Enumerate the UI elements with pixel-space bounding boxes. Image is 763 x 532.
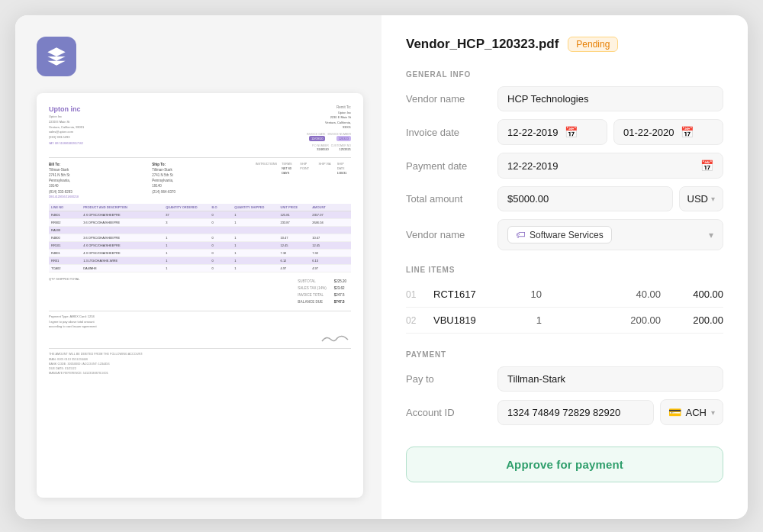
invoice-date-value: 12-22-2019 <box>507 127 559 138</box>
vendor-tag-input[interactable]: 🏷 Software Services ▾ <box>497 219 723 250</box>
card-icon: 💳 <box>668 406 681 418</box>
li-qty-1: 10 <box>504 289 542 300</box>
account-id-label: Account ID <box>406 407 497 418</box>
vendor-tag-label: Vendor name <box>406 229 497 240</box>
total-amount-label: Total amount <box>406 193 497 205</box>
line-items-section: LINE ITEMS 01 RCT1617 10 40.00 400.00 02… <box>406 263 723 334</box>
tag-icon: 🏷 <box>516 229 526 240</box>
li-code-2: VBU1819 <box>433 314 494 326</box>
li-total-1: 400.00 <box>670 289 723 300</box>
payment-date-row: Payment date 12-22-2019 📅 <box>406 153 723 179</box>
pay-to-row: Pay to Tillman-Stark <box>406 366 723 392</box>
chevron-down-icon-2: ▾ <box>709 230 713 240</box>
ach-select[interactable]: 💳 ACH ▾ <box>660 399 723 425</box>
payment-section: PAYMENT Pay to Tillman-Stark Account ID … <box>406 341 723 433</box>
right-panel: Vendor_HCP_120323.pdf Pending GENERAL IN… <box>382 15 748 519</box>
invoice-date-row: Invoice date 12-22-2019 📅 01-22-2020 📅 <box>406 119 723 145</box>
total-amount-input[interactable]: $5000.00 <box>497 186 673 211</box>
ach-value: ACH <box>686 407 707 418</box>
doc-title: Vendor_HCP_120323.pdf <box>406 37 559 52</box>
vendor-tag-row: Vendor name 🏷 Software Services ▾ <box>406 219 723 250</box>
vendor-name-label: Vendor name <box>406 93 497 105</box>
li-num-2: 02 <box>406 315 424 326</box>
currency-select[interactable]: USD ▾ <box>679 186 723 211</box>
chevron-down-icon: ▾ <box>711 195 715 203</box>
li-num-1: 01 <box>406 289 424 300</box>
app-logo <box>37 37 76 76</box>
chevron-down-icon-3: ▾ <box>711 408 715 417</box>
vendor-tag-pill: 🏷 Software Services <box>507 226 612 243</box>
line-item-1: 01 RCT1617 10 40.00 400.00 <box>406 282 723 308</box>
total-amount-row: Total amount $5000.00 USD ▾ <box>406 186 723 211</box>
invoice-due-date-input[interactable]: 01-22-2020 📅 <box>613 119 723 145</box>
calendar-icon-2[interactable]: 📅 <box>681 126 694 138</box>
vendor-name-row: Vendor name HCP Technologies <box>406 86 723 111</box>
payment-date-value: 12-22-2019 <box>507 160 559 172</box>
li-total-2: 200.00 <box>670 314 723 326</box>
calendar-icon-3[interactable]: 📅 <box>700 160 713 172</box>
status-badge: Pending <box>568 37 618 52</box>
invoice-date-input[interactable]: 12-22-2019 📅 <box>497 119 607 145</box>
payment-label: PAYMENT <box>406 350 723 359</box>
account-id-row: Account ID 1324 74849 72829 82920 💳 ACH … <box>406 399 723 425</box>
general-info-label: GENERAL INFO <box>406 70 723 79</box>
main-card: Upton inc Upton Inc2230 E Main StVentura… <box>15 15 748 519</box>
vendor-name-input[interactable]: HCP Technologies <box>497 86 723 111</box>
invoice-due-date-value: 01-22-2020 <box>623 127 674 138</box>
li-code-1: RCT1617 <box>433 289 494 300</box>
pay-to-label: Pay to <box>406 373 497 385</box>
doc-header: Vendor_HCP_120323.pdf Pending <box>406 37 723 52</box>
line-items-label: LINE ITEMS <box>406 266 723 274</box>
li-qty-2: 1 <box>504 314 542 326</box>
pay-to-input[interactable]: Tillman-Stark <box>497 366 723 392</box>
invoice-date-label: Invoice date <box>406 127 497 138</box>
account-id-input[interactable]: 1324 74849 72829 82920 <box>497 400 654 425</box>
payment-date-input[interactable]: 12-22-2019 📅 <box>497 153 723 179</box>
left-panel: Upton inc Upton Inc2230 E Main StVentura… <box>15 15 382 519</box>
invoice-company: Upton inc <box>49 105 84 113</box>
vendor-tag-value: Software Services <box>530 230 604 240</box>
invoice-preview: Upton inc Upton Inc2230 E Main StVentura… <box>37 93 363 498</box>
li-unit-1: 40.00 <box>551 289 661 300</box>
line-item-2: 02 VBU1819 1 200.00 200.00 <box>406 308 723 334</box>
li-unit-2: 200.00 <box>551 314 661 326</box>
currency-value: USD <box>687 193 708 205</box>
calendar-icon[interactable]: 📅 <box>565 126 578 138</box>
approve-button[interactable]: Approve for payment <box>406 447 723 482</box>
payment-date-label: Payment date <box>406 160 497 172</box>
